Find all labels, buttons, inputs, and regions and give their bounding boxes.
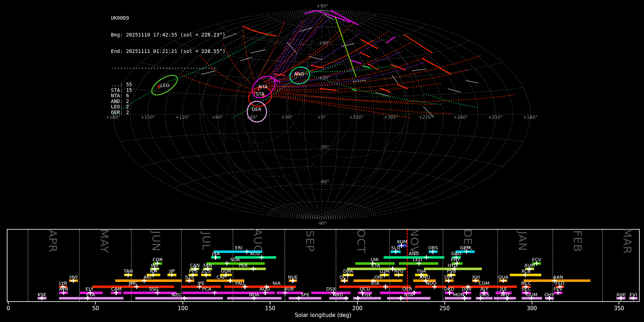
shower-peak-marker-fev [556, 291, 561, 295]
shower-bar-noo [415, 286, 446, 288]
shower-peak-marker-kcg [259, 255, 264, 260]
shower-bar-kcg [235, 256, 276, 259]
x-axis-title: Solar longitude (deg) [295, 312, 351, 318]
shower-peak-marker-ari [142, 278, 146, 283]
shower-peak-marker-eri [245, 249, 249, 254]
shower-bar-spe [289, 297, 321, 299]
count-line: AND: 2 [111, 99, 225, 104]
shower-peak-marker-dsv [464, 291, 469, 295]
shower-peak-marker-zcs [204, 273, 208, 277]
ra-grid-label: +270° [419, 114, 433, 120]
count-line: OER: 2 [111, 110, 225, 116]
shower-peak-marker-hvi [71, 278, 75, 283]
axis-tick-label: 250 [439, 305, 450, 312]
shower-peak-marker-leo [416, 261, 421, 266]
shower-peak-marker-xcb [523, 273, 527, 277]
count-line: LEO: 2 [111, 104, 225, 110]
shower-peak-marker-jxa [213, 255, 218, 260]
shower-peak-marker-dpc [446, 278, 451, 283]
shower-peak-marker-noo [432, 284, 437, 289]
ra-grid-label: +30° [281, 114, 293, 120]
axis-tick-label: 100 [178, 305, 188, 312]
axis-tick [8, 302, 9, 304]
shower-peak-marker-aud [263, 291, 268, 295]
month-label: JUL [200, 232, 213, 250]
axis-tick-label: 150 [265, 305, 275, 312]
shower-label-oer: OER [402, 286, 412, 292]
shower-bar-nta [387, 297, 430, 299]
shower-bar-pau [224, 286, 257, 288]
shower-peak-marker-ard [344, 296, 348, 301]
shower-peak-marker-pca [212, 291, 217, 295]
shower-bar-ssg [123, 292, 176, 294]
shower-label-cta: CTA [371, 263, 380, 268]
shower-peak-marker-rpu [396, 273, 401, 277]
shower-label-eri: ERI [235, 245, 243, 250]
shower-peak-marker-ecv [535, 261, 539, 266]
shower-peak-marker-sda [225, 261, 229, 266]
shower-peak-marker-and [424, 255, 429, 260]
station-id: UK00D9 [111, 15, 225, 21]
axis-tick [532, 302, 532, 304]
ra-grid-label: +300° [384, 114, 399, 120]
month-separator [131, 230, 132, 301]
month-label: SEP [304, 230, 317, 252]
shower-bar-aur [277, 292, 303, 294]
shower-peak-marker-evi [631, 296, 635, 301]
shower-bar-eta [59, 297, 123, 299]
month-separator [443, 230, 443, 301]
axis-tick-label: 0 [7, 305, 10, 312]
shower-count-list: ...: 55STA: 15NTA: 6AND: 2LEO: 2OER: 2 [111, 82, 225, 115]
shower-activity-timeline: APRMAYJUNJULAUGSEPOCTNOVDECJANFEBMARKUMS… [7, 229, 640, 302]
shower-bar-nzc [135, 297, 223, 299]
shower-peak-marker-spe [296, 296, 301, 301]
shower-label-pca: PCA [202, 286, 211, 292]
shower-label-sta: STA [371, 280, 379, 286]
count-line: STA: 15 [111, 88, 225, 93]
shower-peak-marker-nda [252, 296, 257, 301]
shower-peak-marker-xvi [473, 278, 478, 283]
shower-peak-marker-nta [399, 296, 403, 301]
shower-peak-marker-oct [342, 278, 347, 283]
dec-grid-label: +30° [319, 74, 331, 80]
shower-label-per: PER [239, 263, 248, 268]
shower-peak-marker-pau [243, 284, 247, 289]
ra-grid-label: +180° [523, 114, 538, 120]
radiant-label-sta: STA [256, 91, 264, 97]
dec-grid-label: +60° [319, 40, 331, 45]
shower-label-kcg: KCG [250, 251, 260, 256]
solar-longitude-axis: 050100150200250300350 Solar longitude (d… [0, 302, 644, 322]
axis-tick-label: 300 [527, 305, 537, 312]
radiant-label-oer: OER [252, 107, 261, 112]
shower-bar-jmc [92, 286, 174, 288]
shower-peak-marker-eta [85, 296, 90, 301]
shower-peak-marker-urs [478, 296, 483, 301]
shower-label-com: COM [479, 280, 490, 286]
month-separator [28, 230, 28, 301]
month-label: FEB [571, 230, 584, 252]
month-separator [497, 230, 498, 301]
radiant-label-and: AND [294, 71, 304, 77]
count-line: NTA: 6 [111, 93, 225, 99]
month-separator [602, 230, 603, 301]
ra-grid-label: +240° [453, 114, 468, 120]
shower-peak-marker-ohy [547, 296, 552, 301]
shower-peak-marker-ssg [155, 291, 160, 295]
axis-tick [444, 302, 445, 304]
shower-peak-marker-cam [114, 291, 118, 295]
shower-peak-marker-ors [430, 249, 435, 254]
meteor-radiant-map-screen: +180°+150°+120°+90°+60°+30°+0°+330°+300°… [0, 0, 644, 322]
shower-peak-marker-sld [394, 249, 398, 254]
month-label: MAR [621, 228, 634, 254]
shower-peak-marker-per [251, 267, 256, 271]
axis-tick [619, 302, 619, 304]
shower-peak-marker-tah [126, 273, 130, 277]
shower-peak-marker-ahy [505, 296, 509, 301]
axis-tick-label: 200 [352, 305, 362, 312]
shower-bar-sda [206, 262, 265, 265]
shower-peak-marker-cap [228, 278, 233, 283]
shower-peak-marker-ege [356, 296, 360, 301]
shower-label-and: AND [409, 251, 419, 256]
axis-tick [95, 302, 96, 304]
shower-peak-marker-gum [529, 296, 534, 301]
